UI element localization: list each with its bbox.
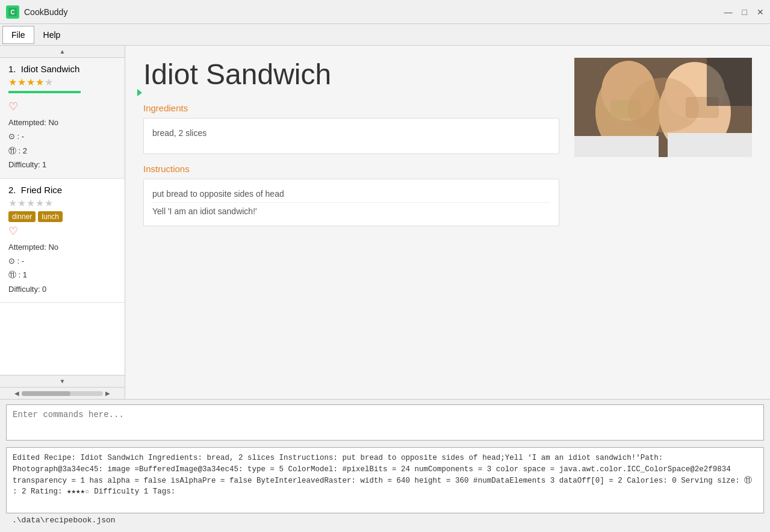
instruction-item-1: Yell 'I am an idiot sandwich!' (152, 203, 550, 220)
maximize-button[interactable]: □ (742, 7, 747, 17)
scroll-down-button[interactable]: ▼ (0, 375, 125, 387)
ingredient-item-0: bread, 2 slices (152, 125, 550, 141)
scroll-up-button[interactable]: ▲ (0, 46, 125, 58)
window-controls: — □ ✕ (724, 7, 764, 17)
detail-title: Idiot Sandwich (143, 58, 559, 91)
file-path: .\data\recipebook.json (6, 513, 764, 527)
svg-rect-9 (610, 100, 641, 118)
annotation-label: Modified (removed)recipe tags (125, 82, 134, 104)
ingredients-label: Ingredients (143, 103, 559, 113)
tag-dinner: dinner (8, 211, 36, 222)
menubar: File Help (0, 24, 770, 46)
recipe-meta-2: Attempted: No ⊙ : - ⑪ : 1 Difficulty: 0 (8, 240, 116, 297)
instructions-box: put bread to opposite sides of head Yell… (143, 179, 559, 226)
detail-content: Idiot Sandwich Ingredients bread, 2 slic… (143, 58, 752, 226)
favorite-icon-1[interactable]: ♡ (8, 100, 116, 113)
detail-panel: Modified (removed)recipe tags Idiot Sand… (125, 46, 770, 399)
recipe-card-2[interactable]: 2. Fried Rice ★★★★★ dinner lunch ♡ Attem… (0, 179, 125, 303)
tag-lunch: lunch (38, 211, 63, 222)
hscroll-right[interactable]: ▶ (103, 390, 113, 397)
recipe-meta-1: Attempted: No ⊙ : - ⑪ : 2 Difficulty: 1 (8, 116, 116, 172)
recipe-stars-2: ★★★★★ (8, 197, 116, 209)
menu-file[interactable]: File (2, 26, 34, 44)
recipe-title-2: 2. Fried Rice (8, 185, 116, 195)
ingredients-box: bread, 2 slices (143, 118, 559, 154)
recipe-stars-1: ★★★★★ (8, 76, 116, 88)
output-text: Edited Recipe: Idiot Sandwich Ingredient… (13, 454, 752, 496)
sidebar-hscrollbar: ◀ ▶ (0, 387, 125, 399)
hscroll-track (22, 391, 103, 396)
instructions-label: Instructions (143, 164, 559, 174)
svg-point-5 (601, 61, 656, 121)
svg-rect-11 (574, 136, 659, 157)
sidebar: ▲ 1. Idiot Sandwich ★★★★★ ♡ (0, 46, 125, 399)
sidebar-scroll[interactable]: 1. Idiot Sandwich ★★★★★ ♡ Attempted: No … (0, 58, 125, 375)
hscroll-thumb[interactable] (22, 391, 70, 396)
favorite-icon-2[interactable]: ♡ (8, 224, 116, 238)
main-content: ▲ 1. Idiot Sandwich ★★★★★ ♡ (0, 46, 770, 399)
output-box: Edited Recipe: Idiot Sandwich Ingredient… (6, 447, 764, 513)
titlebar: C CookBuddy — □ ✕ (0, 0, 770, 24)
minimize-button[interactable]: — (724, 7, 733, 17)
close-button[interactable]: ✕ (757, 7, 764, 17)
app-title: CookBuddy (24, 7, 724, 17)
app-icon: C (6, 5, 19, 19)
recipe-image (574, 58, 752, 157)
command-input[interactable] (6, 404, 764, 441)
bottom-section: Edited Recipe: Idiot Sandwich Ingredient… (0, 399, 770, 532)
annotation-arrow (137, 89, 142, 96)
tag-highlight-1 (8, 91, 81, 93)
app-window: C CookBuddy — □ ✕ File Help ▲ 1. Idiot S… (0, 0, 770, 532)
recipe-title-1: 1. Idiot Sandwich (8, 64, 116, 74)
recipe-image-placeholder (574, 58, 752, 157)
instruction-item-0: put bread to opposite sides of head (152, 185, 550, 203)
hscroll-left[interactable]: ◀ (12, 390, 22, 397)
svg-rect-12 (668, 133, 752, 157)
recipe-tags-2: dinner lunch (8, 211, 116, 222)
svg-text:C: C (10, 9, 14, 16)
menu-help[interactable]: Help (34, 26, 70, 44)
recipe-card-1[interactable]: 1. Idiot Sandwich ★★★★★ ♡ Attempted: No … (0, 58, 125, 179)
svg-rect-13 (707, 58, 752, 106)
